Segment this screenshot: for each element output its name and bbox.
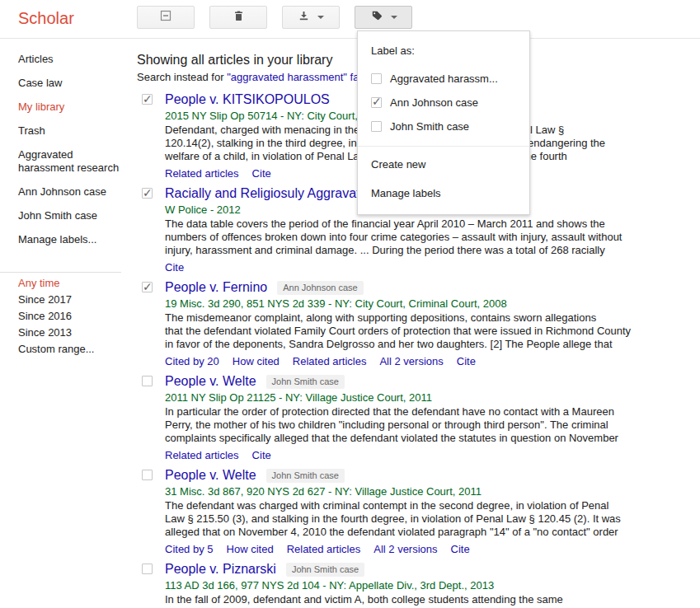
- all-versions-link[interactable]: All 2 versions: [373, 543, 437, 555]
- article-entry-welte-2011-slip-op: People v. Welte John Smith case 2011 NY …: [137, 372, 698, 463]
- sidebar-divider: [0, 272, 121, 273]
- label-dropdown-menu: Label as: Aggravated harassm... Ann John…: [357, 30, 530, 215]
- article-source: 2011 NY Slip Op 21125 - NY: Village Just…: [165, 391, 698, 405]
- cite-link[interactable]: Cite: [457, 355, 476, 367]
- label-option-checkbox[interactable]: [371, 97, 382, 108]
- create-new-label-item[interactable]: Create new: [358, 150, 529, 179]
- article-source: 19 Misc. 3d 290, 851 NYS 2d 339 - NY: Ci…: [165, 297, 698, 311]
- label-chip: John Smith case: [266, 469, 345, 483]
- manage-labels-item[interactable]: Manage labels: [358, 179, 529, 208]
- article-snippet: In particular the order of protection di…: [165, 405, 698, 445]
- article-links: Cited by 20How citedRelated articlesAll …: [165, 354, 698, 369]
- article-title-link[interactable]: People v. Fernino: [165, 280, 267, 295]
- article-links: Cited by 5How citedRelated articlesAll 2…: [165, 542, 698, 557]
- download-icon: [298, 10, 310, 26]
- cited-by-link[interactable]: Cited by 20: [165, 355, 219, 367]
- related-articles-link[interactable]: Related articles: [165, 449, 239, 461]
- sidebar-item-my-library[interactable]: My library: [18, 101, 132, 114]
- tag-icon: [370, 9, 383, 26]
- how-cited-link[interactable]: How cited: [233, 355, 280, 367]
- article-entry-piznarski: People v. Piznarski John Smith case 113 …: [137, 560, 698, 608]
- export-button[interactable]: [282, 6, 340, 29]
- article-checkbox[interactable]: [142, 470, 153, 480]
- delete-button[interactable]: [209, 6, 267, 29]
- sidebar-item-case-law[interactable]: Case law: [18, 77, 132, 90]
- label-option-checkbox[interactable]: [371, 121, 382, 132]
- related-articles-link[interactable]: Related articles: [287, 543, 361, 555]
- chevron-down-icon: [317, 16, 324, 19]
- cite-link[interactable]: Cite: [252, 167, 271, 180]
- label-option-checkbox[interactable]: [371, 73, 382, 84]
- label-chip: John Smith case: [286, 563, 364, 577]
- label-chip: Ann Johnson case: [277, 281, 364, 295]
- article-checkbox[interactable]: [142, 188, 153, 199]
- sidebar-item-trash[interactable]: Trash: [18, 124, 132, 138]
- label-option-ann-johnson-case[interactable]: Ann Johnson case: [358, 91, 529, 115]
- time-filter-any-time[interactable]: Any time: [18, 275, 132, 292]
- search-instead-link[interactable]: "aggravated harassment" fa: [227, 71, 359, 83]
- article-snippet: The defendant was charged with criminal …: [165, 499, 698, 539]
- related-articles-link[interactable]: Related articles: [293, 355, 367, 367]
- article-title-link[interactable]: People v. Welte: [165, 468, 256, 483]
- article-links: Cite: [165, 260, 698, 275]
- article-checkbox[interactable]: [142, 94, 153, 105]
- cite-link[interactable]: Cite: [252, 449, 271, 461]
- sidebar-nav: Articles Case law My library Trash Aggra…: [18, 53, 132, 257]
- select-all-button[interactable]: [137, 6, 195, 29]
- time-filter-since-2016[interactable]: Since 2016: [18, 308, 132, 325]
- sidebar-item-ann-johnson-case[interactable]: Ann Johnson case: [18, 185, 132, 199]
- label-menu-title: Label as:: [358, 40, 529, 67]
- search-instead-prefix: Search instead for: [137, 71, 227, 83]
- article-source: 31 Misc. 3d 867, 920 NYS 2d 627 - NY: Vi…: [165, 484, 698, 499]
- article-source: 113 AD 3d 166, 977 NYS 2d 104 - NY: Appe…: [165, 578, 698, 593]
- all-versions-link[interactable]: All 2 versions: [379, 355, 443, 367]
- label-option-text: Aggravated harassm...: [390, 72, 498, 85]
- indeterminate-checkbox-icon: [159, 9, 172, 26]
- sidebar-item-manage-labels[interactable]: Manage labels...: [18, 233, 132, 246]
- label-option-text: John Smith case: [390, 120, 469, 133]
- article-snippet: In the fall of 2009, defendant and victi…: [165, 593, 698, 608]
- sidebar-item-articles[interactable]: Articles: [18, 53, 132, 66]
- menu-divider: [358, 146, 529, 147]
- cited-by-link[interactable]: Cited by 5: [165, 543, 214, 555]
- related-articles-link[interactable]: Related articles: [165, 167, 239, 180]
- article-title-link[interactable]: People v. Piznarski: [165, 562, 276, 577]
- time-filter-custom-range[interactable]: Custom range...: [18, 341, 132, 358]
- label-button[interactable]: [355, 6, 412, 29]
- article-checkbox[interactable]: [142, 376, 153, 386]
- label-option-text: Ann Johnson case: [390, 96, 478, 109]
- article-entry-fernino: People v. Fernino Ann Johnson case 19 Mi…: [137, 278, 698, 369]
- how-cited-link[interactable]: How cited: [227, 543, 274, 555]
- sidebar-item-aggravated-harassment-research[interactable]: Aggravated harassment research: [18, 148, 132, 175]
- time-filter-since-2017[interactable]: Since 2017: [18, 292, 132, 308]
- cite-link[interactable]: Cite: [451, 543, 470, 555]
- article-title-link[interactable]: People v. Welte: [165, 374, 256, 389]
- article-snippet: The data table covers the period of the …: [165, 217, 698, 257]
- cite-link[interactable]: Cite: [165, 261, 184, 274]
- article-checkbox[interactable]: [142, 564, 153, 574]
- label-chip: John Smith case: [266, 375, 345, 389]
- label-option-john-smith-case[interactable]: John Smith case: [358, 115, 529, 138]
- chevron-down-icon: [391, 16, 397, 19]
- label-option-aggravated-harassment[interactable]: Aggravated harassm...: [358, 67, 529, 91]
- top-bar: Scholar: [0, 0, 700, 39]
- article-links: Related articlesCite: [165, 448, 698, 463]
- time-filter-list: Any time Since 2017 Since 2016 Since 201…: [18, 275, 132, 358]
- article-entry-welte-31-misc: People v. Welte John Smith case 31 Misc.…: [137, 466, 698, 557]
- article-checkbox[interactable]: [142, 282, 153, 292]
- scholar-logo[interactable]: Scholar: [18, 9, 74, 28]
- article-title-link[interactable]: People v. KITSIKOPOULOS: [165, 92, 330, 107]
- article-snippet: The misdemeanor complaint, along with su…: [165, 311, 698, 351]
- trash-icon: [233, 9, 245, 26]
- time-filter-since-2013[interactable]: Since 2013: [18, 325, 132, 341]
- sidebar-item-john-smith-case[interactable]: John Smith case: [18, 209, 132, 222]
